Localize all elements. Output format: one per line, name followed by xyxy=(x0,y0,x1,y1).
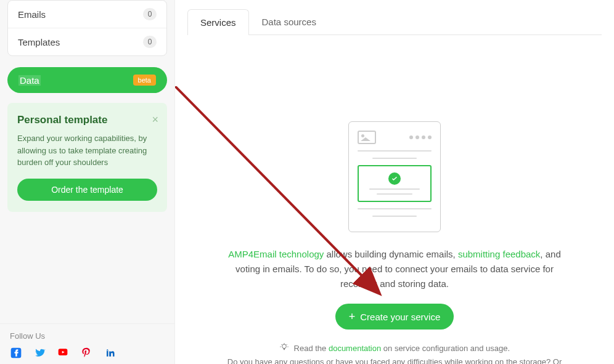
image-placeholder-icon xyxy=(358,131,376,144)
twitter-icon[interactable] xyxy=(33,347,46,359)
order-template-button[interactable]: Order the template xyxy=(17,179,157,201)
nav-list: Emails 0 Templates 0 xyxy=(7,0,167,56)
count-badge: 0 xyxy=(143,36,157,48)
follow-label: Follow Us xyxy=(10,331,172,341)
nav-item-label: Templates xyxy=(18,37,60,47)
create-service-button[interactable]: + Create your service xyxy=(335,304,454,330)
nav-item-data[interactable]: Data beta xyxy=(7,67,167,93)
promo-card: × Personal template Expand your working … xyxy=(7,103,167,212)
promo-title: Personal template xyxy=(17,114,157,126)
plus-icon: + xyxy=(349,311,356,322)
illustration xyxy=(348,121,441,232)
dots-icon xyxy=(409,135,432,139)
tab-services[interactable]: Services xyxy=(187,9,249,35)
main-content: Services Data sources xyxy=(175,0,614,364)
promo-text: Expand your working capabilities, by all… xyxy=(17,132,157,169)
amp4email-link[interactable]: AMP4Email technology xyxy=(228,249,324,259)
nav-item-emails[interactable]: Emails 0 xyxy=(8,1,166,28)
linkedin-icon[interactable] xyxy=(104,347,116,359)
create-button-label: Create your service xyxy=(360,312,440,322)
social-row xyxy=(10,347,172,359)
beta-badge: beta xyxy=(133,75,156,86)
nav-item-templates[interactable]: Templates 0 xyxy=(8,28,166,55)
feedback-link[interactable]: submitting feedback xyxy=(458,249,540,259)
count-badge: 0 xyxy=(143,8,157,20)
tabs: Services Data sources xyxy=(187,9,602,35)
documentation-link[interactable]: documentation xyxy=(329,344,381,353)
footer-note: Read the documentation on service config… xyxy=(224,342,565,364)
follow-section: Follow Us xyxy=(0,323,174,364)
svg-point-2 xyxy=(282,344,287,349)
check-icon xyxy=(388,172,401,185)
tab-data-sources[interactable]: Data sources xyxy=(249,9,329,34)
lightbulb-icon xyxy=(279,342,289,356)
nav-item-label: Emails xyxy=(18,9,46,20)
nav-item-label: Data xyxy=(18,75,41,86)
pinterest-icon[interactable] xyxy=(80,347,92,359)
sidebar: Emails 0 Templates 0 Data beta × Persona… xyxy=(0,0,175,364)
empty-state: AMP4Email technology allows building dyn… xyxy=(187,35,602,364)
description-text: AMP4Email technology allows building dyn… xyxy=(224,247,565,291)
close-icon[interactable]: × xyxy=(152,114,158,125)
facebook-icon[interactable] xyxy=(10,347,22,359)
youtube-icon[interactable] xyxy=(57,347,69,359)
